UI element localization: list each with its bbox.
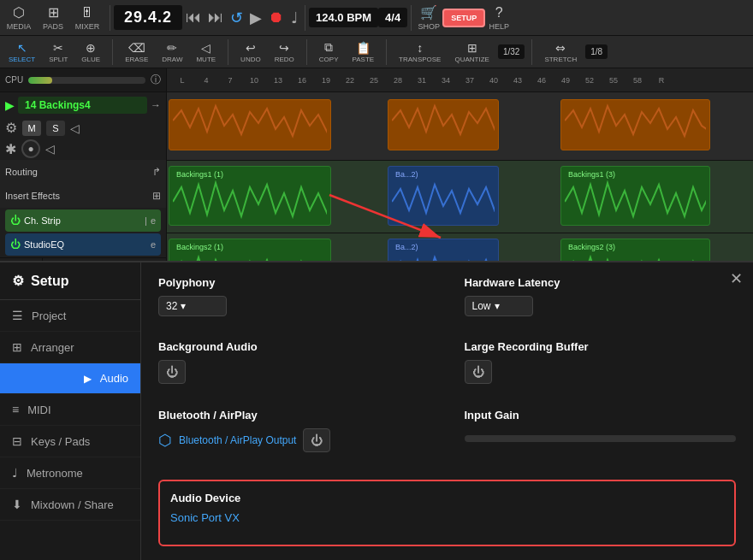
split-tool[interactable]: ✂ SPLIT xyxy=(44,39,73,65)
ruler-mark-55: 55 xyxy=(602,76,626,85)
undo-tool[interactable]: ↩ UNDO xyxy=(235,39,266,65)
waveform-2 xyxy=(392,102,495,140)
cpu-meter xyxy=(28,77,145,84)
transport-display[interactable]: 29.4.2 xyxy=(114,5,182,30)
midi-nav-icon: ≡ xyxy=(12,403,19,416)
studioeq-power-icon: ⏻ xyxy=(10,239,21,251)
ruler-mark-40: 40 xyxy=(482,76,506,85)
background-audio-power-btn[interactable]: ⏻ xyxy=(158,360,186,384)
redo-tool[interactable]: ↪ REDO xyxy=(270,39,299,65)
bpm-display[interactable]: 124.0 BPM xyxy=(309,8,378,27)
ruler-mark-49: 49 xyxy=(554,76,578,85)
paste-tool[interactable]: 📋 PASTE xyxy=(347,39,379,65)
mixer-icon: 🎚 xyxy=(80,5,94,21)
studioeq-plugin-btn[interactable]: ⏻ StudioEQ e xyxy=(5,233,161,256)
bt-output-row: ⬡ Bluetooth / AirPlay Output ⏻ xyxy=(158,428,430,452)
input-gain-bar[interactable] xyxy=(465,435,737,442)
select-tool[interactable]: ↖ SELECT xyxy=(3,39,40,65)
bt-power-btn[interactable]: ⏻ xyxy=(303,428,330,452)
setup-close-button[interactable]: ✕ xyxy=(730,269,743,288)
insert-effects-icon[interactable]: ⊞ xyxy=(152,190,161,202)
polyphony-select[interactable]: 32 ▾ xyxy=(158,296,227,316)
help-button[interactable]: ? HELP xyxy=(485,5,513,31)
mixer-button[interactable]: 🎚 MIXER xyxy=(74,5,101,31)
track14-s-btn[interactable]: S xyxy=(46,121,65,136)
ruler-mark-43: 43 xyxy=(506,76,530,85)
pads-button[interactable]: ⊞ PADS xyxy=(39,4,67,31)
clip-green-1[interactable]: Backings1 (1) xyxy=(169,166,331,226)
glue-tool[interactable]: ⊕ GLUE xyxy=(76,39,105,65)
skip-forward-button[interactable]: ⏭ xyxy=(205,9,227,27)
clip-green-2-label: Backings1 (3) xyxy=(565,168,706,180)
nav-keys-pads[interactable]: ⊟ Keys / Pads xyxy=(0,426,140,457)
large-recording-buffer-power-btn[interactable]: ⏻ xyxy=(465,360,492,384)
setup-panel: ⚙ Setup ☰ Project ⊞ Arranger ▶ Audio ≡ M… xyxy=(0,261,753,560)
clip-orange-1[interactable] xyxy=(169,99,331,150)
polyphony-group: Polyphony 32 ▾ xyxy=(158,276,430,327)
track14-arrow-icon[interactable]: → xyxy=(151,99,161,111)
chstrip-plugin-btn[interactable]: ⏻ Ch. Strip | e xyxy=(5,209,161,232)
audio-device-value: Sonic Port VX xyxy=(170,511,724,524)
track14-pan-icon[interactable]: ◁ xyxy=(45,142,55,156)
clip-orange-2[interactable] xyxy=(388,99,499,150)
insert-effects-label: Insert Effects xyxy=(5,191,149,201)
ruler-mark-46: 46 xyxy=(530,76,554,85)
toolbar-divider-7 xyxy=(386,39,387,65)
chstrip-plugin-icon: | xyxy=(145,215,147,226)
ruler-mark-28: 28 xyxy=(386,76,410,85)
draw-tool[interactable]: ✏ DRAW xyxy=(157,39,187,65)
metronome-button[interactable]: ♩ xyxy=(288,9,301,27)
skip-back-button[interactable]: ⏮ xyxy=(182,9,205,27)
loop-button[interactable]: ↺ xyxy=(227,9,246,27)
nav-midi[interactable]: ≡ MIDI xyxy=(0,394,140,426)
record-button[interactable]: ⏺ xyxy=(265,9,288,27)
erase-icon: ⌫ xyxy=(128,41,145,55)
erase-tool[interactable]: ⌫ ERASE xyxy=(120,39,153,65)
track14-play-btn[interactable]: ▶ xyxy=(5,98,15,112)
track14-m-btn[interactable]: M xyxy=(22,121,41,136)
ruler-mark-31: 31 xyxy=(410,76,434,85)
nav-audio[interactable]: ▶ Audio xyxy=(0,363,140,394)
track14-fx-icon[interactable]: ✱ xyxy=(5,141,16,157)
large-recording-buffer-label: Large Recording Buffer xyxy=(465,340,737,353)
select-icon: ↖ xyxy=(17,41,27,55)
copy-tool[interactable]: ⧉ COPY xyxy=(314,38,344,65)
play-button[interactable]: ▶ xyxy=(246,9,265,27)
routing-arrow-icon[interactable]: ↱ xyxy=(152,166,161,178)
nav-metronome[interactable]: ♩ Metronome xyxy=(0,457,140,489)
shop-button[interactable]: 🛒 SHOP xyxy=(415,4,442,31)
clip-orange-3[interactable] xyxy=(560,99,710,150)
cpu-fill xyxy=(28,77,51,84)
track14-gear-icon[interactable]: ⚙ xyxy=(5,120,17,136)
quantize-value[interactable]: 1/32 xyxy=(498,44,525,59)
mute-icon: ◁ xyxy=(201,41,210,55)
background-audio-control: ⏻ xyxy=(158,360,430,384)
track14-knob[interactable]: ● xyxy=(21,139,40,158)
mute-tool[interactable]: ◁ MUTE xyxy=(191,39,221,65)
toolbar-divider-5 xyxy=(228,39,228,65)
stretch-value[interactable]: 1/8 xyxy=(585,44,608,59)
stretch-tool[interactable]: ⇔ STRETCH xyxy=(539,39,582,65)
glue-icon: ⊕ xyxy=(86,41,96,55)
track14-volume-icon[interactable]: ◁ xyxy=(70,121,80,135)
timeline-ruler: L 4 7 10 13 16 19 22 25 28 31 34 37 40 4… xyxy=(167,68,753,92)
nav-arranger[interactable]: ⊞ Arranger xyxy=(0,332,140,363)
nav-mixdown[interactable]: ⬇ Mixdown / Share xyxy=(0,489,140,521)
hardware-latency-select[interactable]: Low ▾ xyxy=(465,296,533,316)
toolbar-divider-6 xyxy=(306,39,307,65)
clip-blue-1[interactable]: Ba...2) xyxy=(388,166,499,226)
nav-project[interactable]: ☰ Project xyxy=(0,300,140,332)
clip-green-2[interactable]: Backings1 (3) xyxy=(560,166,710,226)
transpose-tool[interactable]: ↕ TRANSPOSE xyxy=(394,39,446,65)
ruler-mark-25: 25 xyxy=(362,76,386,85)
help-icon: ? xyxy=(495,5,503,21)
cpu-info-icon[interactable]: ⓘ xyxy=(151,73,161,87)
time-sig-display[interactable]: 4/4 xyxy=(378,8,407,27)
setup-button[interactable]: SETUP xyxy=(442,9,485,27)
ruler-mark-R: R xyxy=(649,76,673,85)
routing-row: Routing ↱ xyxy=(0,160,166,184)
quantize-icon: ⊞ xyxy=(467,41,477,55)
media-button[interactable]: ⬡ MEDIA xyxy=(5,4,33,31)
chstrip-e-label: e xyxy=(151,215,156,226)
quantize-tool[interactable]: ⊞ QUANTIZE xyxy=(449,39,494,65)
